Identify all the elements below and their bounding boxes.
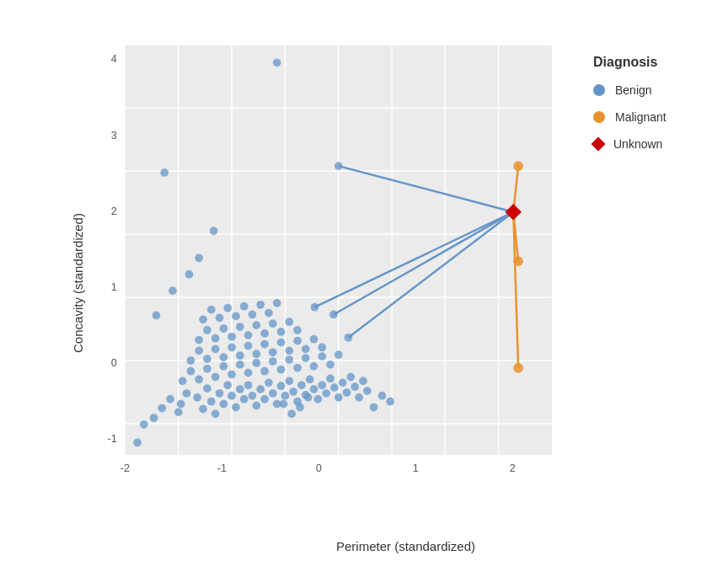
svg-point-75 (187, 367, 195, 376)
svg-point-131 (256, 301, 265, 309)
svg-point-57 (297, 381, 306, 389)
svg-point-150 (378, 392, 387, 400)
svg-point-112 (203, 326, 211, 334)
svg-point-140 (160, 168, 169, 177)
svg-point-87 (285, 355, 293, 364)
svg-point-152 (386, 398, 394, 406)
svg-point-103 (260, 340, 269, 349)
svg-point-62 (318, 381, 326, 389)
svg-point-122 (285, 318, 293, 326)
svg-point-136 (185, 270, 194, 279)
svg-point-109 (310, 335, 318, 344)
svg-point-26 (158, 404, 166, 413)
benign-dot (593, 84, 605, 96)
svg-point-42 (236, 385, 244, 393)
svg-point-73 (363, 387, 372, 395)
svg-point-148 (287, 409, 296, 418)
svg-point-100 (236, 351, 244, 360)
svg-point-60 (310, 385, 318, 393)
svg-point-48 (260, 395, 269, 403)
svg-point-133 (273, 299, 281, 307)
svg-point-118 (252, 321, 260, 329)
svg-point-67 (339, 378, 347, 387)
svg-point-70 (351, 382, 359, 391)
svg-text:2: 2 (510, 462, 516, 474)
svg-point-50 (269, 389, 277, 398)
malignant-label: Malignant (615, 110, 666, 124)
svg-point-142 (335, 162, 343, 170)
svg-point-35 (207, 398, 216, 406)
svg-text:1: 1 (111, 281, 117, 293)
svg-point-145 (311, 303, 319, 312)
svg-point-108 (302, 345, 310, 354)
svg-point-66 (335, 393, 343, 402)
legend-item-unknown: Unknown (593, 137, 711, 151)
svg-point-45 (249, 392, 257, 400)
svg-point-130 (249, 311, 257, 319)
svg-point-127 (223, 304, 232, 312)
svg-point-54 (285, 377, 293, 386)
svg-point-111 (195, 336, 203, 344)
svg-point-151 (370, 403, 378, 412)
svg-point-143 (329, 311, 338, 319)
legend: Diagnosis Benign Malignant Unknown (585, 42, 720, 163)
svg-point-34 (203, 384, 211, 392)
svg-point-30 (183, 389, 191, 398)
svg-point-32 (193, 393, 201, 402)
svg-point-86 (277, 366, 286, 374)
svg-point-115 (228, 333, 236, 341)
svg-point-154 (513, 256, 523, 266)
svg-point-71 (355, 393, 363, 402)
svg-point-84 (260, 367, 269, 376)
svg-point-40 (228, 392, 236, 400)
svg-point-29 (174, 408, 183, 417)
svg-point-63 (322, 389, 330, 398)
svg-point-77 (203, 365, 211, 373)
svg-point-49 (265, 378, 273, 387)
svg-point-155 (513, 363, 523, 373)
benign-label: Benign (615, 83, 652, 97)
svg-text:-1: -1 (107, 433, 116, 445)
svg-point-74 (179, 377, 187, 386)
svg-point-46 (252, 402, 260, 410)
svg-point-90 (310, 362, 318, 371)
svg-point-124 (199, 315, 207, 323)
legend-item-benign: Benign (593, 83, 711, 97)
svg-text:3: 3 (111, 130, 117, 142)
svg-point-37 (216, 389, 224, 398)
svg-point-55 (289, 387, 297, 396)
svg-point-27 (150, 414, 158, 422)
svg-point-119 (260, 329, 269, 338)
svg-point-107 (293, 337, 302, 345)
svg-point-38 (219, 400, 228, 408)
svg-point-125 (207, 306, 216, 314)
svg-point-72 (359, 377, 367, 386)
svg-point-141 (210, 227, 218, 235)
svg-point-147 (304, 393, 313, 402)
svg-point-47 (256, 385, 265, 393)
svg-point-97 (211, 345, 220, 354)
svg-point-138 (133, 439, 142, 447)
svg-point-68 (343, 388, 351, 397)
svg-point-149 (280, 400, 288, 408)
svg-point-120 (269, 319, 277, 328)
chart-container: Concavity (standardized) -2 -1 0 1 2 (0, 0, 728, 566)
svg-point-96 (203, 355, 211, 363)
svg-text:1: 1 (413, 462, 419, 474)
svg-point-85 (269, 357, 277, 366)
svg-point-123 (293, 326, 302, 334)
svg-point-44 (244, 381, 253, 389)
svg-text:-1: -1 (217, 462, 227, 474)
svg-point-78 (211, 373, 220, 382)
legend-title: Diagnosis (593, 55, 711, 70)
svg-point-88 (293, 364, 302, 372)
svg-text:-2: -2 (120, 462, 130, 474)
svg-point-61 (314, 395, 323, 403)
svg-point-59 (306, 376, 314, 384)
svg-point-99 (228, 344, 236, 352)
svg-point-128 (232, 312, 240, 321)
svg-point-117 (244, 331, 253, 339)
svg-point-93 (335, 350, 343, 359)
svg-point-80 (228, 371, 236, 379)
svg-point-41 (232, 403, 240, 412)
